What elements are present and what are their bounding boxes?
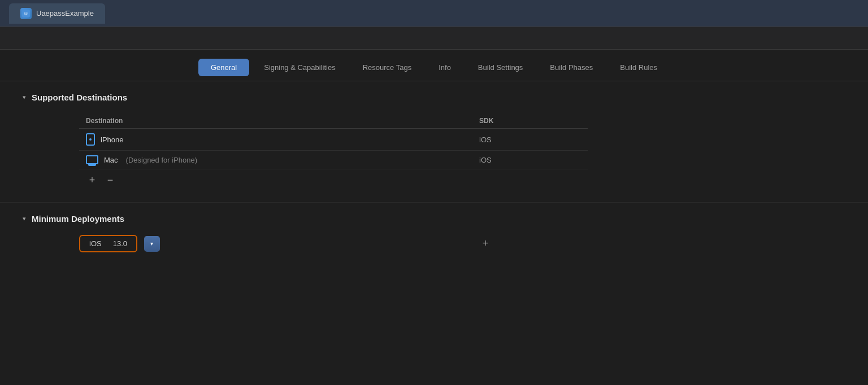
supported-destinations-title: Supported Destinations	[32, 93, 127, 102]
iphone-label: iPhone	[101, 135, 123, 144]
minimum-deployments-section: ▾ Minimum Deployments iOS 13.0 ▾ +	[0, 203, 868, 264]
tab-build-phases[interactable]: Build Phases	[537, 59, 605, 76]
mac-icon	[86, 155, 98, 164]
project-title: UaepassExample	[36, 9, 94, 18]
phone-icon	[86, 133, 95, 146]
tab-build-settings[interactable]: Build Settings	[466, 59, 536, 76]
minimum-deployments-header[interactable]: ▾ Minimum Deployments	[23, 214, 845, 224]
tab-info[interactable]: Info	[426, 59, 463, 76]
destination-header: Destination	[86, 117, 479, 125]
tab-resource-tags[interactable]: Resource Tags	[350, 59, 424, 76]
deployments-row: iOS 13.0 ▾ +	[79, 235, 845, 252]
destinations-table: Destination SDK iPhone iOS Mac (Designed…	[79, 113, 588, 191]
destination-mac: Mac (Designed for iPhone)	[86, 155, 479, 164]
minimum-deployments-title: Minimum Deployments	[32, 214, 124, 224]
table-row[interactable]: iPhone iOS	[79, 129, 588, 151]
main-content: ▾ Supported Destinations Destination SDK…	[0, 81, 868, 385]
project-tab[interactable]: U UaepassExample	[9, 3, 105, 24]
title-bar: U UaepassExample	[0, 0, 868, 27]
destination-iphone: iPhone	[86, 133, 479, 146]
tabs-container: General Signing & Capabilities Resource …	[0, 50, 868, 81]
app-icon: U	[20, 8, 32, 19]
ios-version-box[interactable]: iOS 13.0	[79, 235, 137, 252]
sdk-header: SDK	[479, 117, 581, 125]
remove-destination-button[interactable]: −	[104, 174, 116, 186]
add-deployment-button[interactable]: +	[479, 238, 492, 250]
ios-label: iOS	[89, 239, 102, 248]
add-destination-button[interactable]: +	[86, 174, 98, 186]
mac-sdk: iOS	[479, 156, 581, 164]
tab-build-rules[interactable]: Build Rules	[607, 59, 670, 76]
iphone-sdk: iOS	[479, 135, 581, 144]
deployment-field-group: iOS 13.0 ▾	[79, 235, 475, 252]
chevron-down-icon: ▾	[150, 240, 153, 247]
table-actions: + −	[79, 169, 588, 191]
mac-sublabel: (Designed for iPhone)	[126, 156, 197, 164]
chevron-down-icon: ▾	[23, 94, 26, 101]
supported-destinations-section: ▾ Supported Destinations Destination SDK…	[0, 81, 868, 203]
svg-text:U: U	[24, 11, 28, 16]
chevron-down-icon: ▾	[23, 215, 26, 222]
ios-version-value: 13.0	[113, 239, 127, 248]
ios-version-dropdown[interactable]: ▾	[144, 236, 160, 252]
tab-signing[interactable]: Signing & Capabilities	[251, 59, 348, 76]
table-row[interactable]: Mac (Designed for iPhone) iOS	[79, 151, 588, 169]
supported-destinations-header[interactable]: ▾ Supported Destinations	[23, 93, 845, 102]
mac-label: Mac	[104, 156, 118, 164]
toolbar	[0, 27, 868, 50]
tab-general[interactable]: General	[198, 59, 249, 76]
table-header: Destination SDK	[79, 113, 588, 129]
